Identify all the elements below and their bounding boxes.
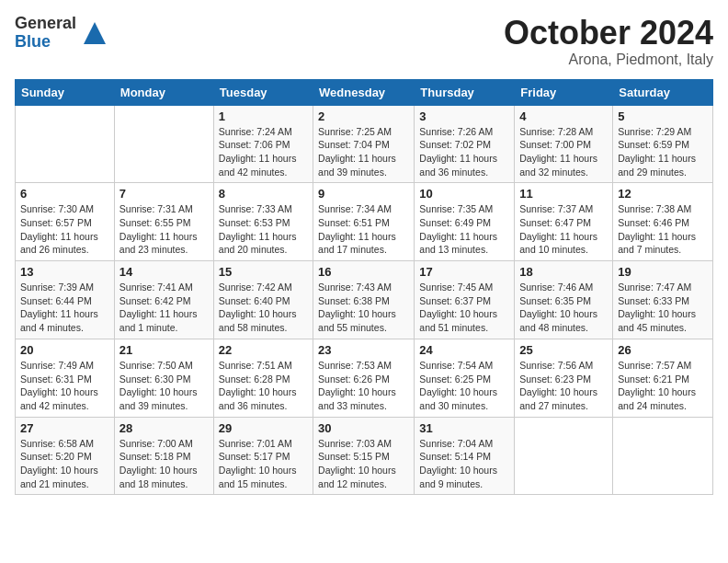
day-info: Sunrise: 7:38 AM Sunset: 6:46 PM Dayligh… xyxy=(618,202,708,257)
day-of-week-header: Tuesday xyxy=(213,79,313,105)
day-of-week-header: Monday xyxy=(114,79,213,105)
day-info: Sunrise: 7:46 AM Sunset: 6:35 PM Dayligh… xyxy=(519,281,608,335)
day-number: 2 xyxy=(318,109,409,123)
calendar-header-row: SundayMondayTuesdayWednesdayThursdayFrid… xyxy=(16,79,713,105)
day-number: 28 xyxy=(119,421,209,435)
day-of-week-header: Wednesday xyxy=(313,79,415,105)
day-info: Sunrise: 7:50 AM Sunset: 6:30 PM Dayligh… xyxy=(119,359,209,413)
day-number: 30 xyxy=(318,421,409,435)
day-info: Sunrise: 7:41 AM Sunset: 6:42 PM Dayligh… xyxy=(119,281,209,335)
calendar-body: 1Sunrise: 7:24 AM Sunset: 7:06 PM Daylig… xyxy=(16,105,713,495)
day-info: Sunrise: 7:03 AM Sunset: 5:15 PM Dayligh… xyxy=(318,437,409,491)
calendar-cell: 19Sunrise: 7:47 AM Sunset: 6:33 PM Dayli… xyxy=(613,261,713,339)
day-number: 17 xyxy=(419,265,509,279)
day-number: 6 xyxy=(20,187,109,201)
calendar-cell: 30Sunrise: 7:03 AM Sunset: 5:15 PM Dayli… xyxy=(313,417,415,495)
day-number: 4 xyxy=(519,109,608,123)
calendar-cell: 2Sunrise: 7:25 AM Sunset: 7:04 PM Daylig… xyxy=(313,105,415,183)
day-info: Sunrise: 7:43 AM Sunset: 6:38 PM Dayligh… xyxy=(318,281,409,335)
day-number: 1 xyxy=(219,109,308,123)
calendar-cell: 26Sunrise: 7:57 AM Sunset: 6:21 PM Dayli… xyxy=(613,339,713,417)
calendar-cell: 16Sunrise: 7:43 AM Sunset: 6:38 PM Dayli… xyxy=(313,261,415,339)
calendar-cell: 7Sunrise: 7:31 AM Sunset: 6:55 PM Daylig… xyxy=(114,183,213,261)
day-info: Sunrise: 7:54 AM Sunset: 6:25 PM Dayligh… xyxy=(419,359,509,413)
day-info: Sunrise: 7:00 AM Sunset: 5:18 PM Dayligh… xyxy=(119,437,209,491)
calendar-cell: 20Sunrise: 7:49 AM Sunset: 6:31 PM Dayli… xyxy=(16,339,115,417)
day-of-week-header: Saturday xyxy=(613,79,713,105)
day-number: 27 xyxy=(20,421,109,435)
calendar-cell: 23Sunrise: 7:53 AM Sunset: 6:26 PM Dayli… xyxy=(313,339,415,417)
location: Arona, Piedmont, Italy xyxy=(504,52,713,68)
calendar-week-row: 6Sunrise: 7:30 AM Sunset: 6:57 PM Daylig… xyxy=(16,183,713,261)
day-number: 15 xyxy=(219,265,308,279)
day-number: 5 xyxy=(618,109,708,123)
day-number: 29 xyxy=(219,421,308,435)
calendar-cell: 11Sunrise: 7:37 AM Sunset: 6:47 PM Dayli… xyxy=(515,183,613,261)
day-number: 12 xyxy=(618,187,708,201)
calendar-cell xyxy=(515,417,613,495)
day-info: Sunrise: 7:56 AM Sunset: 6:23 PM Dayligh… xyxy=(519,359,608,413)
day-info: Sunrise: 7:57 AM Sunset: 6:21 PM Dayligh… xyxy=(618,359,708,413)
calendar-cell: 10Sunrise: 7:35 AM Sunset: 6:49 PM Dayli… xyxy=(415,183,515,261)
day-number: 24 xyxy=(419,343,509,357)
page-header: General Blue October 2024 Arona, Piedmon… xyxy=(15,15,713,68)
calendar-cell: 12Sunrise: 7:38 AM Sunset: 6:46 PM Dayli… xyxy=(613,183,713,261)
calendar-cell: 5Sunrise: 7:29 AM Sunset: 6:59 PM Daylig… xyxy=(613,105,713,183)
day-info: Sunrise: 7:04 AM Sunset: 5:14 PM Dayligh… xyxy=(419,437,509,491)
day-info: Sunrise: 7:25 AM Sunset: 7:04 PM Dayligh… xyxy=(318,125,409,179)
svg-marker-0 xyxy=(84,22,106,44)
title-area: October 2024 Arona, Piedmont, Italy xyxy=(504,15,713,68)
calendar-cell: 24Sunrise: 7:54 AM Sunset: 6:25 PM Dayli… xyxy=(415,339,515,417)
calendar-cell: 22Sunrise: 7:51 AM Sunset: 6:28 PM Dayli… xyxy=(213,339,313,417)
day-number: 23 xyxy=(318,343,409,357)
calendar-cell xyxy=(16,105,115,183)
calendar-cell: 9Sunrise: 7:34 AM Sunset: 6:51 PM Daylig… xyxy=(313,183,415,261)
calendar-cell xyxy=(613,417,713,495)
calendar-cell: 14Sunrise: 7:41 AM Sunset: 6:42 PM Dayli… xyxy=(114,261,213,339)
day-number: 10 xyxy=(419,187,509,201)
calendar-table: SundayMondayTuesdayWednesdayThursdayFrid… xyxy=(15,79,713,496)
month-title: October 2024 xyxy=(504,15,713,52)
calendar-cell: 13Sunrise: 7:39 AM Sunset: 6:44 PM Dayli… xyxy=(16,261,115,339)
calendar-week-row: 1Sunrise: 7:24 AM Sunset: 7:06 PM Daylig… xyxy=(16,105,713,183)
day-info: Sunrise: 7:30 AM Sunset: 6:57 PM Dayligh… xyxy=(20,202,109,257)
day-info: Sunrise: 7:47 AM Sunset: 6:33 PM Dayligh… xyxy=(618,281,708,335)
day-number: 20 xyxy=(20,343,109,357)
day-info: Sunrise: 7:49 AM Sunset: 6:31 PM Dayligh… xyxy=(20,359,109,413)
day-info: Sunrise: 7:37 AM Sunset: 6:47 PM Dayligh… xyxy=(519,202,608,257)
day-info: Sunrise: 7:31 AM Sunset: 6:55 PM Dayligh… xyxy=(119,202,209,257)
day-number: 26 xyxy=(618,343,708,357)
day-number: 11 xyxy=(519,187,608,201)
day-number: 25 xyxy=(519,343,608,357)
calendar-week-row: 13Sunrise: 7:39 AM Sunset: 6:44 PM Dayli… xyxy=(16,261,713,339)
day-number: 16 xyxy=(318,265,409,279)
logo: General Blue xyxy=(15,15,109,52)
day-number: 14 xyxy=(119,265,209,279)
day-number: 22 xyxy=(219,343,308,357)
day-info: Sunrise: 7:26 AM Sunset: 7:02 PM Dayligh… xyxy=(419,125,509,179)
day-number: 18 xyxy=(519,265,608,279)
logo-general: General xyxy=(15,15,76,33)
calendar-cell: 27Sunrise: 6:58 AM Sunset: 5:20 PM Dayli… xyxy=(16,417,115,495)
day-info: Sunrise: 7:39 AM Sunset: 6:44 PM Dayligh… xyxy=(20,281,109,335)
calendar-cell: 29Sunrise: 7:01 AM Sunset: 5:17 PM Dayli… xyxy=(213,417,313,495)
day-of-week-header: Friday xyxy=(515,79,613,105)
calendar-cell: 31Sunrise: 7:04 AM Sunset: 5:14 PM Dayli… xyxy=(415,417,515,495)
day-number: 13 xyxy=(20,265,109,279)
calendar-cell: 21Sunrise: 7:50 AM Sunset: 6:30 PM Dayli… xyxy=(114,339,213,417)
logo-blue: Blue xyxy=(15,33,76,52)
day-number: 19 xyxy=(618,265,708,279)
day-info: Sunrise: 7:01 AM Sunset: 5:17 PM Dayligh… xyxy=(219,437,308,491)
calendar-cell: 6Sunrise: 7:30 AM Sunset: 6:57 PM Daylig… xyxy=(16,183,115,261)
day-info: Sunrise: 7:34 AM Sunset: 6:51 PM Dayligh… xyxy=(318,202,409,257)
calendar-cell: 8Sunrise: 7:33 AM Sunset: 6:53 PM Daylig… xyxy=(213,183,313,261)
day-info: Sunrise: 7:29 AM Sunset: 6:59 PM Dayligh… xyxy=(618,125,708,179)
day-info: Sunrise: 7:53 AM Sunset: 6:26 PM Dayligh… xyxy=(318,359,409,413)
day-number: 7 xyxy=(119,187,209,201)
day-info: Sunrise: 7:28 AM Sunset: 7:00 PM Dayligh… xyxy=(519,125,608,179)
calendar-cell: 18Sunrise: 7:46 AM Sunset: 6:35 PM Dayli… xyxy=(515,261,613,339)
day-number: 9 xyxy=(318,187,409,201)
calendar-cell: 15Sunrise: 7:42 AM Sunset: 6:40 PM Dayli… xyxy=(213,261,313,339)
calendar-cell: 1Sunrise: 7:24 AM Sunset: 7:06 PM Daylig… xyxy=(213,105,313,183)
day-of-week-header: Sunday xyxy=(16,79,115,105)
